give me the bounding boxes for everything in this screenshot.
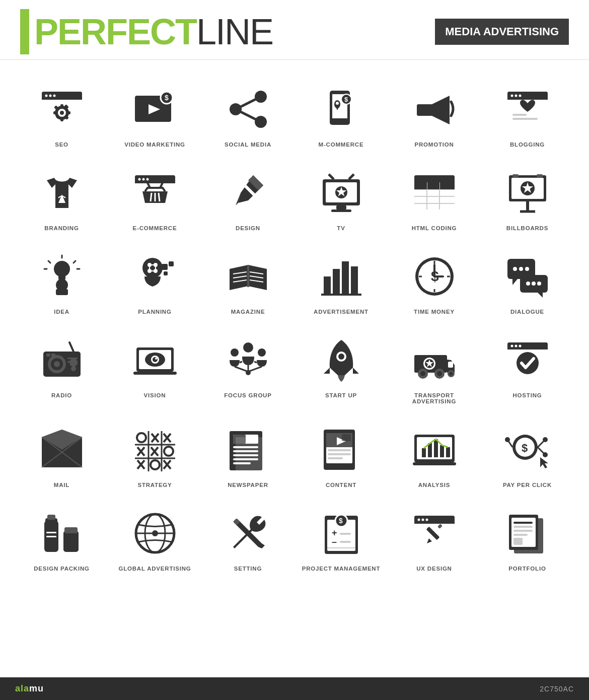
svg-rect-73 bbox=[414, 182, 427, 189]
design-icon bbox=[223, 168, 273, 218]
svg-point-134 bbox=[532, 282, 536, 286]
svg-point-3 bbox=[49, 95, 51, 97]
planning-label: PLANNING bbox=[138, 309, 171, 315]
icon-cell-mail: MAIL bbox=[15, 415, 108, 499]
svg-rect-75 bbox=[440, 182, 455, 189]
start-up-icon bbox=[316, 335, 366, 385]
pay-per-click-icon: $ bbox=[502, 425, 553, 475]
header-title: PERFECT LINE bbox=[34, 14, 273, 50]
promotion-icon bbox=[409, 84, 460, 134]
svg-point-2 bbox=[45, 95, 47, 97]
svg-rect-82 bbox=[512, 174, 519, 177]
svg-rect-46 bbox=[135, 175, 175, 183]
svg-point-191 bbox=[164, 447, 173, 456]
design-packing-icon bbox=[37, 508, 87, 558]
svg-line-59 bbox=[329, 174, 334, 179]
icon-cell-advertisement: ADVERTISEMENT bbox=[294, 242, 388, 326]
svg-rect-105 bbox=[247, 265, 249, 287]
dialogue-label: DIALOGUE bbox=[510, 309, 544, 315]
svg-line-161 bbox=[248, 367, 262, 372]
planning-icon bbox=[130, 251, 180, 302]
icon-cell-billboards: BILLBOARDS bbox=[481, 159, 574, 242]
svg-point-169 bbox=[437, 371, 442, 376]
svg-rect-242 bbox=[47, 515, 55, 520]
radio-icon bbox=[37, 335, 87, 385]
icon-grid: SEO $ VIDEO MARKETING bbox=[0, 60, 589, 588]
svg-point-49 bbox=[146, 178, 149, 181]
svg-point-39 bbox=[514, 95, 517, 97]
time-money-label: TIME MONEY bbox=[414, 309, 455, 315]
time-money-icon: $ bbox=[409, 251, 460, 302]
transport-advertising-icon bbox=[409, 335, 460, 385]
header: PERFECT LINE MEDIA ADVERTISING bbox=[0, 0, 589, 60]
icon-cell-planning: PLANNING bbox=[108, 242, 201, 326]
icon-cell-dialogue: DIALOGUE bbox=[481, 242, 574, 326]
svg-line-157 bbox=[240, 362, 242, 363]
svg-point-133 bbox=[526, 282, 530, 286]
svg-rect-12 bbox=[66, 111, 70, 114]
svg-rect-35 bbox=[417, 104, 423, 116]
hosting-label: HOSTING bbox=[513, 392, 542, 398]
mail-label: MAIL bbox=[54, 482, 69, 488]
svg-point-152 bbox=[153, 357, 158, 362]
newspaper-label: NEWSPAPER bbox=[228, 482, 268, 488]
svg-point-162 bbox=[246, 370, 251, 375]
tv-icon bbox=[316, 168, 366, 218]
svg-rect-143 bbox=[67, 358, 78, 359]
svg-point-40 bbox=[519, 95, 521, 97]
svg-line-53 bbox=[151, 193, 152, 201]
svg-marker-33 bbox=[422, 104, 432, 116]
svg-rect-9 bbox=[60, 104, 63, 108]
icon-cell-analysis: ANALYSIS bbox=[388, 415, 481, 499]
svg-text:$: $ bbox=[344, 96, 348, 103]
newspaper-icon bbox=[223, 425, 273, 475]
icon-cell-vision: VISION bbox=[108, 326, 201, 415]
svg-rect-1 bbox=[42, 92, 82, 100]
ux-design-icon bbox=[409, 508, 460, 558]
svg-rect-277 bbox=[513, 538, 523, 545]
icon-cell-hosting: HOSTING bbox=[481, 326, 574, 415]
seo-label: SEO bbox=[55, 142, 68, 148]
strategy-label: STRATEGY bbox=[137, 482, 172, 488]
icon-cell-design: DESIGN bbox=[201, 159, 294, 242]
svg-rect-219 bbox=[328, 449, 351, 451]
svg-rect-144 bbox=[67, 361, 78, 363]
branding-icon bbox=[37, 168, 87, 218]
video-marketing-label: VIDEO MARKETING bbox=[124, 142, 185, 148]
svg-line-140 bbox=[69, 342, 73, 352]
magazine-icon bbox=[223, 251, 273, 302]
hosting-icon bbox=[502, 335, 553, 385]
advertisement-icon bbox=[316, 251, 366, 302]
icon-cell-project-management: $ + – PROJECT MANAGEMENT bbox=[294, 499, 388, 583]
icon-cell-content: CONTENT bbox=[294, 415, 388, 499]
svg-rect-102 bbox=[162, 264, 168, 270]
global-advertising-icon bbox=[130, 508, 180, 558]
svg-point-250 bbox=[152, 530, 158, 536]
icon-cell-e-commerce: E-COMMERCE bbox=[108, 159, 201, 242]
svg-point-130 bbox=[525, 267, 529, 271]
svg-point-4 bbox=[53, 95, 55, 97]
svg-point-128 bbox=[513, 267, 517, 271]
svg-point-164 bbox=[338, 354, 344, 360]
svg-rect-87 bbox=[58, 279, 65, 282]
svg-marker-127 bbox=[512, 279, 518, 285]
svg-rect-273 bbox=[513, 522, 533, 524]
project-management-label: PROJECT MANAGEMENT bbox=[302, 566, 381, 572]
icon-cell-strategy: STRATEGY bbox=[108, 415, 201, 499]
svg-point-179 bbox=[510, 345, 513, 347]
blogging-icon bbox=[502, 84, 553, 134]
media-advertising-badge: MEDIA ADVERTISING bbox=[435, 19, 569, 45]
svg-point-167 bbox=[420, 371, 425, 376]
svg-rect-220 bbox=[328, 453, 351, 455]
setting-icon bbox=[223, 508, 273, 558]
svg-rect-262 bbox=[414, 516, 455, 524]
idea-icon bbox=[37, 251, 87, 302]
svg-rect-229 bbox=[446, 447, 450, 457]
svg-rect-228 bbox=[440, 445, 444, 457]
svg-point-135 bbox=[537, 282, 541, 286]
svg-rect-11 bbox=[53, 111, 57, 114]
icon-cell-setting: SETTING bbox=[201, 499, 294, 583]
design-packing-label: DESIGN PACKING bbox=[34, 566, 90, 572]
icon-cell-video-marketing: $ VIDEO MARKETING bbox=[108, 75, 201, 159]
focus-group-icon bbox=[223, 335, 273, 385]
